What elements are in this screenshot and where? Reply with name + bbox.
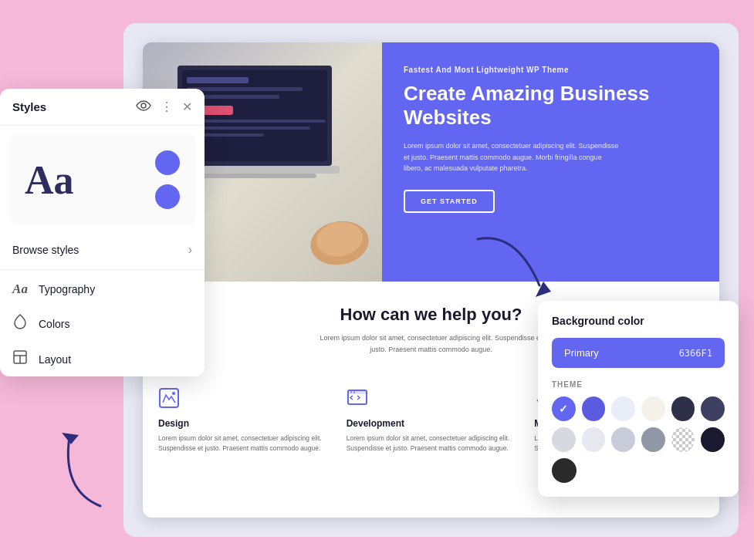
development-icon bbox=[347, 387, 371, 412]
styles-title: Styles bbox=[12, 100, 136, 113]
bg-color-title: Background color bbox=[552, 315, 725, 327]
svg-rect-10 bbox=[193, 174, 316, 178]
hero-title: Create Amazing Business Websites bbox=[404, 82, 698, 130]
swatch-row-3 bbox=[552, 458, 725, 483]
divider bbox=[0, 269, 205, 270]
svg-rect-3 bbox=[187, 87, 303, 91]
primary-color-row[interactable]: Primary 6366F1 bbox=[552, 338, 725, 368]
bg-color-panel: Background color Primary 6366F1 THEME bbox=[538, 301, 739, 497]
development-desc: Lorem ipsum dolor sit amet, consectetuer… bbox=[347, 433, 516, 454]
swatch-dark-blue-2[interactable] bbox=[701, 396, 725, 421]
more-options-icon[interactable]: ⋮ bbox=[161, 100, 173, 114]
feature-development: Development Lorem ipsum dolor sit amet, … bbox=[347, 387, 516, 454]
colors-label: Colors bbox=[39, 318, 69, 330]
design-icon bbox=[158, 387, 183, 412]
styles-panel: Styles ⋮ ✕ Aa Browse styles › bbox=[0, 89, 205, 376]
colors-icon bbox=[12, 314, 28, 333]
browse-styles-button[interactable]: Browse styles › bbox=[0, 234, 205, 266]
design-title: Design bbox=[158, 418, 328, 429]
visibility-icon[interactable] bbox=[136, 100, 151, 114]
layout-label: Layout bbox=[39, 353, 71, 366]
color-dot-1 bbox=[155, 150, 180, 175]
typography-label: Typography bbox=[39, 283, 95, 295]
arrow-to-color-panel bbox=[470, 224, 563, 316]
svg-point-17 bbox=[350, 391, 352, 393]
swatch-dark-blue[interactable] bbox=[671, 396, 695, 421]
swatch-light-gray[interactable] bbox=[552, 427, 576, 452]
swatch-purple-selected[interactable] bbox=[552, 396, 576, 421]
swatch-medium-gray[interactable] bbox=[611, 427, 635, 452]
swatch-row-2 bbox=[552, 427, 725, 452]
styles-header: Styles ⋮ ✕ bbox=[0, 89, 205, 126]
svg-marker-24 bbox=[62, 433, 79, 444]
get-started-button[interactable]: GET STARTED bbox=[404, 190, 495, 213]
colors-item[interactable]: Colors bbox=[0, 305, 205, 342]
chevron-right-icon: › bbox=[188, 243, 192, 257]
color-dot-2 bbox=[155, 184, 180, 209]
browse-styles-label: Browse styles bbox=[12, 244, 79, 256]
primary-color-value: 6366F1 bbox=[679, 348, 712, 359]
svg-point-19 bbox=[141, 103, 146, 108]
styles-preview: Aa bbox=[9, 135, 195, 224]
svg-rect-13 bbox=[160, 389, 178, 407]
hand-illustration bbox=[301, 208, 378, 270]
typography-item[interactable]: Aa Typography bbox=[0, 273, 205, 305]
swatch-slate[interactable] bbox=[641, 427, 665, 452]
svg-rect-7 bbox=[187, 127, 310, 130]
hero-description: Lorem ipsum dolor sit amet, consectetuer… bbox=[404, 140, 620, 174]
typography-icon: Aa bbox=[12, 282, 28, 297]
swatch-cream[interactable] bbox=[641, 396, 665, 421]
svg-point-18 bbox=[353, 391, 355, 393]
swatch-checkered[interactable] bbox=[671, 427, 695, 452]
styles-header-icons: ⋮ ✕ bbox=[136, 100, 192, 114]
primary-color-label: Primary bbox=[564, 347, 599, 359]
swatch-very-dark[interactable] bbox=[701, 427, 725, 452]
layout-icon bbox=[12, 350, 28, 368]
svg-rect-2 bbox=[187, 77, 249, 83]
close-icon[interactable]: ✕ bbox=[182, 100, 192, 114]
help-description: Lorem ipsum dolor sit amet, consectetuer… bbox=[316, 332, 547, 356]
typography-preview: Aa bbox=[25, 157, 74, 203]
swatch-lighter-gray[interactable] bbox=[582, 427, 606, 452]
hero-tagline: Fastest And Most Lightweight WP Theme bbox=[404, 66, 698, 74]
hero-section: Fastest And Most Lightweight WP Theme Cr… bbox=[143, 42, 719, 282]
swatch-purple-2[interactable] bbox=[582, 396, 606, 421]
swatch-black[interactable] bbox=[552, 458, 576, 483]
svg-rect-6 bbox=[187, 120, 326, 123]
swatch-light-blue[interactable] bbox=[611, 396, 635, 421]
development-title: Development bbox=[347, 418, 516, 429]
color-preview-dots bbox=[155, 150, 180, 209]
theme-label: THEME bbox=[552, 380, 725, 389]
svg-point-14 bbox=[172, 392, 175, 395]
feature-design: Design Lorem ipsum dolor sit amet, conse… bbox=[158, 387, 328, 454]
layout-item[interactable]: Layout bbox=[0, 342, 205, 376]
design-desc: Lorem ipsum dolor sit amet, consectetuer… bbox=[158, 433, 328, 454]
swatch-row-1 bbox=[552, 396, 725, 421]
arrow-to-styles-panel bbox=[46, 421, 123, 514]
